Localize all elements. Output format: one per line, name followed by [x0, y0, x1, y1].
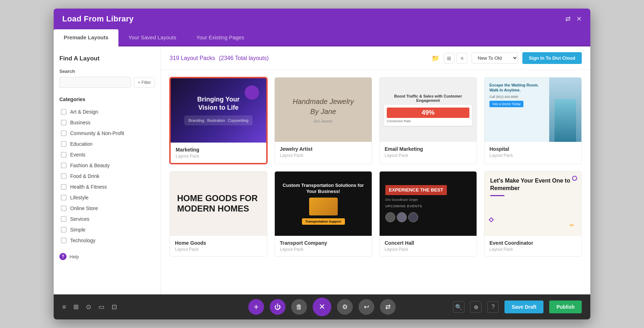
- content-header-right: 📁 ⊞ ≡ New To Old Old To New A to Z Z to …: [431, 52, 582, 64]
- delete-button[interactable]: 🗑: [291, 299, 307, 315]
- card-thumb-concert: EXPERIENCE THE BEST Divi Soundtrack Sing…: [380, 172, 477, 236]
- close-button[interactable]: ✕: [313, 298, 331, 316]
- split-icon[interactable]: ⇄: [565, 15, 571, 23]
- sort-select[interactable]: New To Old Old To New A to Z Z to A: [472, 53, 518, 64]
- history-button[interactable]: ↩: [358, 299, 374, 315]
- hosp-title: Escape the Waiting Room. Walk In Anytime…: [489, 83, 544, 93]
- card-info-event-coordinator: Event Coordinator Layout Pack: [484, 236, 581, 256]
- concert-red-banner: EXPERIENCE THE BEST: [385, 185, 447, 195]
- card-title: Transport Company: [280, 240, 367, 246]
- card-thumb-homegoods: Home Goods for Modern Homes: [170, 172, 267, 236]
- jewelry-tagline: Divi Jewelry: [314, 119, 333, 123]
- power-button[interactable]: ⏻: [270, 299, 286, 315]
- toolbar-search-icon[interactable]: ⊙: [86, 303, 91, 311]
- search-input[interactable]: [59, 77, 131, 88]
- card-subtitle: Layout Pack: [175, 247, 262, 252]
- category-online-store[interactable]: Online Store: [59, 203, 155, 214]
- help-icon: ?: [59, 253, 67, 260]
- tab-existing[interactable]: Your Existing Pages: [186, 29, 254, 46]
- search-small-icon[interactable]: 🔍: [453, 301, 464, 313]
- avatar-1: [385, 212, 395, 222]
- grid-view-icon[interactable]: ⊞: [444, 53, 454, 64]
- filter-button[interactable]: + Filter: [134, 78, 155, 88]
- ec-text: Let's Make Your Event One to Remember: [490, 177, 576, 192]
- transport-thumb-title: Custom Transportation Solutions for Your…: [280, 183, 366, 195]
- settings-button[interactable]: ⚙: [337, 299, 353, 315]
- card-subtitle: Layout Pack: [176, 154, 261, 159]
- toolbar-mobile-icon[interactable]: ⊡: [112, 303, 117, 311]
- category-lifestyle[interactable]: Lifestyle: [59, 192, 155, 203]
- cat-checkbox[interactable]: [61, 109, 67, 115]
- close-icon[interactable]: ✕: [576, 15, 582, 23]
- list-view-icon[interactable]: ≡: [457, 53, 467, 64]
- thumb-eventcoord-bg: Let's Make Your Event One to Remember ✏: [484, 172, 581, 236]
- layout-card-hospital[interactable]: Escape the Waiting Room. Walk In Anytime…: [484, 77, 582, 164]
- tag-copywriting: Copywriting: [228, 118, 248, 123]
- card-info-hospital: Hospital Layout Pack: [484, 142, 581, 162]
- category-services[interactable]: Services: [59, 214, 155, 224]
- card-info-homegoods: Home Goods Layout Pack: [170, 236, 267, 256]
- layout-card-transport[interactable]: Custom Transportation Solutions for Your…: [274, 171, 372, 257]
- card-subtitle: Layout Pack: [280, 153, 367, 158]
- hosp-img: [549, 78, 581, 142]
- thumb-email-bg: Boost Traffic & Sales with Customer Enga…: [380, 78, 477, 142]
- hosp-left: Escape the Waiting Room. Walk In Anytime…: [484, 78, 549, 142]
- save-draft-button[interactable]: Save Draft: [504, 300, 543, 313]
- toolbar-right: 🔍 ⊕ ? Save Draft Publish: [453, 300, 582, 313]
- toolbar-menu-icon[interactable]: ≡: [62, 303, 66, 311]
- avatar-3: [408, 212, 418, 222]
- tab-saved[interactable]: Your Saved Layouts: [118, 29, 186, 46]
- thumb-transport-bg: Custom Transportation Solutions for Your…: [275, 172, 372, 236]
- category-education[interactable]: Education: [59, 139, 155, 149]
- help-small-icon[interactable]: ?: [487, 301, 499, 313]
- thumb-homegoods-bg: Home Goods for Modern Homes: [170, 172, 267, 236]
- transport-thumb-box: [309, 198, 338, 215]
- purple-circle: [245, 85, 259, 100]
- bottom-toolbar: ≡ ⊞ ⊙ ▭ ⊡ + ⏻ 🗑 ✕ ⚙ ↩ ⇄ 🔍 ⊕ ? Save Draft…: [54, 294, 590, 319]
- toolbar-layout-icon[interactable]: ▭: [98, 303, 104, 311]
- tab-premade[interactable]: Premade Layouts: [54, 29, 118, 46]
- tag-branding: Branding: [189, 118, 204, 123]
- email-thumb-box: 49% Conversion Rate: [384, 105, 472, 126]
- category-events[interactable]: Events: [59, 149, 155, 160]
- concert-avatars: [385, 212, 418, 222]
- homegoods-thumb-text: Home Goods for Modern Homes: [177, 193, 260, 214]
- help-label: Help: [69, 254, 79, 259]
- folder-icon[interactable]: 📁: [431, 54, 439, 62]
- layout-card-marketing[interactable]: Bringing YourVision to Life Branding Ill…: [170, 77, 267, 164]
- avatar-2: [397, 212, 407, 222]
- card-info-email: Email Marketing Layout Pack: [380, 142, 477, 162]
- publish-button[interactable]: Publish: [549, 300, 582, 313]
- category-art-design[interactable]: Art & Design: [59, 106, 155, 117]
- split-button[interactable]: ⇄: [380, 299, 396, 315]
- add-button[interactable]: +: [248, 299, 264, 315]
- layers-icon[interactable]: ⊕: [470, 301, 482, 313]
- category-technology[interactable]: Technology: [59, 235, 155, 246]
- category-health[interactable]: Health & Fitness: [59, 182, 155, 192]
- sign-in-button[interactable]: Sign In To Divi Cloud: [522, 52, 582, 64]
- layout-card-homegoods[interactable]: Home Goods for Modern Homes Home Goods L…: [170, 171, 267, 257]
- layout-card-concert[interactable]: EXPERIENCE THE BEST Divi Soundtrack Sing…: [379, 171, 477, 257]
- category-fashion[interactable]: Fashion & Beauty: [59, 160, 155, 171]
- card-info-jewelry: Jewelry Artist Layout Pack: [275, 142, 372, 162]
- main-content: 319 Layout Packs (2346 Total layouts) 📁 …: [161, 46, 590, 294]
- category-business[interactable]: Business: [59, 117, 155, 128]
- toolbar-grid-icon[interactable]: ⊞: [73, 303, 79, 311]
- hosp-cta: See a Doctor Today: [489, 101, 523, 107]
- category-simple[interactable]: Simple: [59, 224, 155, 235]
- card-thumb-email: Boost Traffic & Sales with Customer Enga…: [380, 78, 477, 142]
- category-food[interactable]: Food & Drink: [59, 171, 155, 182]
- layout-card-event-coordinator[interactable]: Let's Make Your Event One to Remember ✏ …: [484, 171, 582, 257]
- content-header: 319 Layout Packs (2346 Total layouts) 📁 …: [161, 46, 590, 70]
- card-info-marketing: Marketing Layout Pack: [171, 143, 266, 163]
- thumb-marketing-bg: Bringing YourVision to Life Branding Ill…: [171, 78, 266, 143]
- category-community[interactable]: Community & Non-Profit: [59, 128, 155, 139]
- jewelry-thumb-text: Handmade JewelryBy Jane: [293, 96, 354, 116]
- card-title: Home Goods: [175, 240, 262, 246]
- toolbar-center: + ⏻ 🗑 ✕ ⚙ ↩ ⇄: [248, 298, 396, 316]
- layout-card-email[interactable]: Boost Traffic & Sales with Customer Enga…: [379, 77, 477, 164]
- help-row[interactable]: ? Help: [59, 253, 155, 260]
- header-actions: ⇄ ✕: [565, 15, 582, 23]
- layout-card-jewelry[interactable]: Handmade JewelryBy Jane Divi Jewelry Jew…: [274, 77, 372, 164]
- email-desc: Conversion Rate: [387, 119, 469, 123]
